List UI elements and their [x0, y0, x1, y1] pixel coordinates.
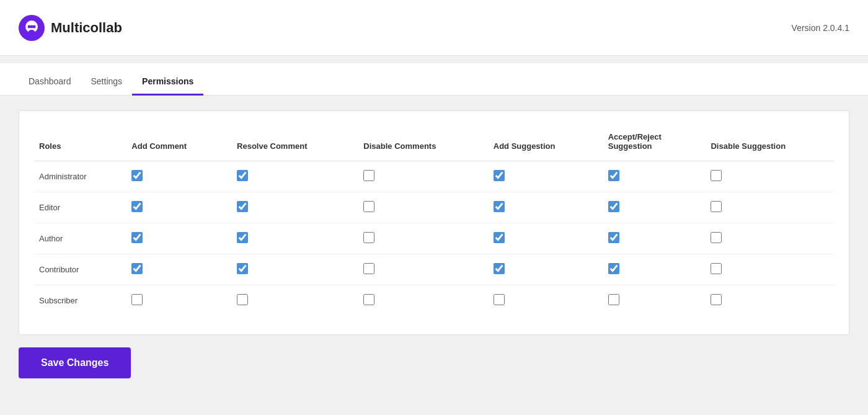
checkbox-author-disable_suggestion[interactable]	[711, 232, 722, 243]
cell-resolve_comment	[227, 254, 353, 285]
tab-permissions[interactable]: Permissions	[132, 68, 203, 96]
checkbox-subscriber-add_comment[interactable]	[131, 294, 143, 305]
cell-add_comment	[122, 285, 227, 316]
role-label: Author	[34, 223, 122, 254]
app-header: Multicollab Version 2.0.4.1	[0, 0, 868, 56]
col-header-add-comment: Add Comment	[122, 126, 227, 161]
checkbox-editor-resolve_comment[interactable]	[237, 201, 248, 212]
cell-disable_comments	[353, 285, 483, 316]
checkbox-subscriber-disable_suggestion[interactable]	[711, 294, 722, 305]
checkbox-administrator-disable_comments[interactable]	[363, 170, 374, 181]
cell-add_comment	[122, 161, 227, 192]
checkbox-editor-add_suggestion[interactable]	[494, 201, 505, 212]
checkbox-editor-disable_comments[interactable]	[363, 201, 374, 212]
cell-disable_suggestion	[701, 254, 834, 285]
cell-disable_suggestion	[701, 285, 834, 316]
cell-add_suggestion	[484, 223, 598, 254]
checkbox-author-add_suggestion[interactable]	[494, 232, 505, 243]
checkbox-contributor-add_comment[interactable]	[131, 263, 143, 274]
cell-add_suggestion	[484, 161, 598, 192]
checkbox-author-resolve_comment[interactable]	[237, 232, 248, 243]
role-label: Subscriber	[34, 285, 122, 316]
col-header-disable-comments: Disable Comments	[353, 126, 483, 161]
checkbox-contributor-disable_comments[interactable]	[363, 263, 374, 274]
cell-add_comment	[122, 254, 227, 285]
cell-accept_reject_suggestion	[598, 161, 701, 192]
app-name: Multicollab	[51, 20, 122, 36]
cell-add_comment	[122, 192, 227, 223]
cell-resolve_comment	[227, 285, 353, 316]
table-row: Author	[34, 223, 834, 254]
cell-disable_suggestion	[701, 161, 834, 192]
checkbox-editor-disable_suggestion[interactable]	[711, 201, 722, 212]
cell-disable_comments	[353, 192, 483, 223]
cell-accept_reject_suggestion	[598, 285, 701, 316]
logo-area: Multicollab	[19, 15, 122, 41]
cell-disable_suggestion	[701, 223, 834, 254]
table-row: Contributor	[34, 254, 834, 285]
svg-point-2	[29, 30, 35, 33]
col-header-roles: Roles	[34, 126, 122, 161]
col-header-add-suggestion: Add Suggestion	[484, 126, 598, 161]
svg-point-5	[30, 25, 33, 28]
cell-accept_reject_suggestion	[598, 254, 701, 285]
table-row: Subscriber	[34, 285, 834, 316]
nav-bar: Dashboard Settings Permissions	[0, 63, 868, 96]
main-content: Roles Add Comment Resolve Comment Disabl…	[0, 96, 868, 415]
checkbox-contributor-accept_reject_suggestion[interactable]	[608, 263, 619, 274]
cell-disable_comments	[353, 223, 483, 254]
checkbox-administrator-add_suggestion[interactable]	[494, 170, 505, 181]
col-header-accept-reject-suggestion: Accept/RejectSuggestion	[598, 126, 701, 161]
cell-disable_suggestion	[701, 192, 834, 223]
tab-dashboard[interactable]: Dashboard	[19, 68, 81, 96]
checkbox-administrator-add_comment[interactable]	[131, 170, 143, 181]
checkbox-subscriber-disable_comments[interactable]	[363, 294, 374, 305]
save-changes-button[interactable]: Save Changes	[19, 347, 131, 378]
role-label: Administrator	[34, 161, 122, 192]
version-label: Version 2.0.4.1	[792, 23, 849, 33]
permissions-card: Roles Add Comment Resolve Comment Disabl…	[19, 110, 849, 335]
checkbox-subscriber-resolve_comment[interactable]	[237, 294, 248, 305]
checkbox-author-add_comment[interactable]	[131, 232, 143, 243]
checkbox-contributor-add_suggestion[interactable]	[494, 263, 505, 274]
checkbox-administrator-resolve_comment[interactable]	[237, 170, 248, 181]
tab-settings[interactable]: Settings	[81, 68, 133, 96]
cell-add_suggestion	[484, 254, 598, 285]
checkbox-editor-add_comment[interactable]	[131, 201, 143, 212]
table-header-row: Roles Add Comment Resolve Comment Disabl…	[34, 126, 834, 161]
cell-add_comment	[122, 223, 227, 254]
checkbox-contributor-resolve_comment[interactable]	[237, 263, 248, 274]
app-logo-icon	[19, 15, 45, 41]
checkbox-editor-accept_reject_suggestion[interactable]	[608, 201, 619, 212]
cell-resolve_comment	[227, 192, 353, 223]
checkbox-administrator-accept_reject_suggestion[interactable]	[608, 170, 619, 181]
checkbox-author-disable_comments[interactable]	[363, 232, 374, 243]
col-header-disable-suggestion: Disable Suggestion	[701, 126, 834, 161]
permissions-table: Roles Add Comment Resolve Comment Disabl…	[34, 126, 834, 316]
cell-disable_comments	[353, 161, 483, 192]
table-row: Editor	[34, 192, 834, 223]
cell-resolve_comment	[227, 223, 353, 254]
role-label: Contributor	[34, 254, 122, 285]
cell-add_suggestion	[484, 285, 598, 316]
cell-disable_comments	[353, 254, 483, 285]
checkbox-subscriber-add_suggestion[interactable]	[494, 294, 505, 305]
cell-accept_reject_suggestion	[598, 223, 701, 254]
cell-resolve_comment	[227, 161, 353, 192]
checkbox-contributor-disable_suggestion[interactable]	[711, 263, 722, 274]
col-header-resolve-comment: Resolve Comment	[227, 126, 353, 161]
cell-accept_reject_suggestion	[598, 192, 701, 223]
checkbox-subscriber-accept_reject_suggestion[interactable]	[608, 294, 619, 305]
cell-add_suggestion	[484, 192, 598, 223]
table-row: Administrator	[34, 161, 834, 192]
checkbox-author-accept_reject_suggestion[interactable]	[608, 232, 619, 243]
checkbox-administrator-disable_suggestion[interactable]	[711, 170, 722, 181]
role-label: Editor	[34, 192, 122, 223]
